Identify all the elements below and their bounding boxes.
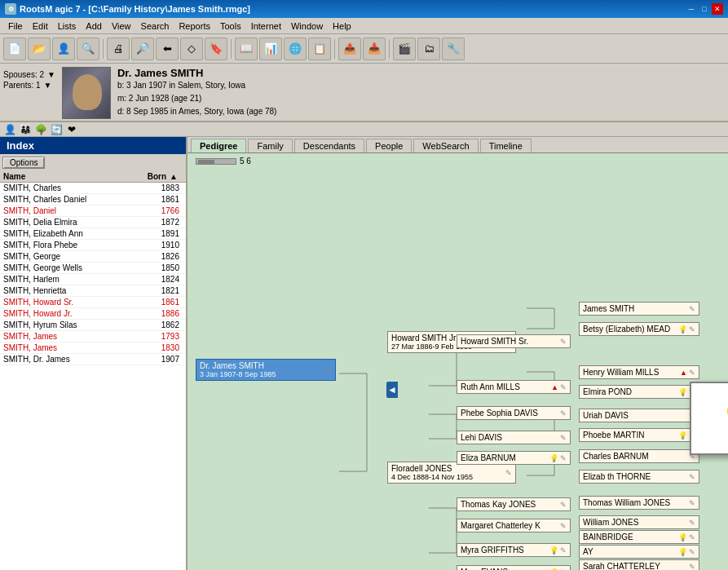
subject-box[interactable]: Dr. James SMITH 3 Jan 1907-8 Sep 1985 ✎	[196, 359, 336, 381]
list-item[interactable]: SMITH, Flora Phebe1910	[0, 240, 186, 251]
list-item[interactable]: SMITH, Hyrum Silas1862	[0, 320, 186, 331]
toolbar-person2[interactable]: 🔍	[77, 38, 99, 60]
james-smith-gg-box[interactable]: James SMITH ✎	[579, 302, 699, 316]
elizabeth-thorne-box[interactable]: Elizab th THORNE ✎	[579, 470, 699, 484]
list-item[interactable]: SMITH, Elizabeth Ann1891	[0, 228, 186, 240]
sidebar-list[interactable]: SMITH, Charles1883SMITH, Charles Daniel1…	[0, 183, 186, 570]
betsy-bulb-icon[interactable]: 💡	[678, 325, 687, 334]
list-item[interactable]: SMITH, Delia Elmira1872	[0, 217, 186, 228]
ay-box[interactable]: AY 💡 ✎	[579, 545, 699, 559]
margaret-box[interactable]: Margaret Chatterley K ✎	[457, 519, 571, 532]
menu-search[interactable]: Search	[136, 20, 174, 33]
twjones-edit-icon[interactable]: ✎	[689, 499, 695, 507]
toolbar-diamond[interactable]: ◇	[180, 38, 203, 60]
myra-edit-icon[interactable]: ✎	[560, 546, 567, 555]
tab-websearch[interactable]: WebSearch	[413, 139, 478, 152]
betsy-edit-icon[interactable]: ✎	[689, 325, 695, 334]
close-button[interactable]: ✕	[712, 3, 723, 15]
menu-add[interactable]: Add	[81, 20, 107, 33]
list-item[interactable]: SMITH, George Wells1850	[0, 263, 186, 274]
qn-refresh-icon[interactable]: 🔄	[50, 123, 63, 136]
qn-family-icon[interactable]: 👨‍👩‍👧	[19, 123, 32, 136]
tab-pedigree[interactable]: Pedigree	[191, 139, 246, 152]
patgm-warning-icon[interactable]: ▲	[551, 383, 558, 391]
js-gg-edit-icon[interactable]: ✎	[689, 305, 695, 313]
scroll-bar[interactable]	[196, 158, 236, 165]
list-item[interactable]: SMITH, Charles Daniel1861	[0, 194, 186, 205]
menu-file[interactable]: File	[3, 20, 28, 33]
qn-heart-icon[interactable]: ❤	[65, 123, 78, 136]
menu-help[interactable]: Help	[328, 20, 356, 33]
toolbar-nav[interactable]: ⬅	[156, 38, 179, 60]
williamj-edit-icon[interactable]: ✎	[689, 519, 695, 527]
parents-dropdown-icon[interactable]: ▼	[44, 81, 52, 90]
toolbar-chart[interactable]: 📊	[259, 38, 282, 60]
subject-edit-icon[interactable]: ✎	[325, 366, 332, 374]
toolbar-scrapbook[interactable]: 🗂	[417, 38, 440, 60]
tab-descendants[interactable]: Descendants	[294, 139, 364, 152]
maryevans-box[interactable]: Mary EVANS 💡 ✎	[457, 565, 571, 570]
tab-people[interactable]: People	[366, 139, 412, 152]
patgf-edit-icon[interactable]: ✎	[560, 338, 567, 346]
ay-bulb-icon[interactable]: 💡	[678, 548, 687, 556]
eliza-box[interactable]: Eliza BARNUM 💡 ✎	[457, 451, 571, 465]
qn-tree-icon[interactable]: 🌳	[34, 123, 47, 136]
restore-button[interactable]: □	[699, 3, 710, 15]
tkjones-edit-icon[interactable]: ✎	[560, 501, 567, 509]
ay-edit-icon[interactable]: ✎	[689, 548, 695, 556]
sarah-edit-icon[interactable]: ✎	[689, 563, 695, 571]
margaret-edit-icon[interactable]: ✎	[560, 522, 567, 530]
list-item[interactable]: SMITH, James1793	[0, 331, 186, 342]
tab-timeline[interactable]: Timeline	[480, 139, 532, 152]
eliza-bulb-icon[interactable]: 💡	[549, 454, 558, 462]
list-item[interactable]: SMITH, James1830	[0, 342, 186, 354]
list-item[interactable]: SMITH, Charles1883	[0, 183, 186, 194]
henry-edit-icon[interactable]: ✎	[689, 369, 695, 377]
menu-lists[interactable]: Lists	[53, 20, 82, 33]
myra-box[interactable]: Myra GRIFFITHS 💡 ✎	[457, 543, 571, 557]
list-item[interactable]: SMITH, Howard Sr.1861	[0, 297, 186, 308]
minimize-button[interactable]: ─	[686, 3, 697, 15]
qn-person-icon[interactable]: 👤	[3, 123, 16, 136]
toolbar-new[interactable]: 📄	[3, 38, 26, 60]
spouses-dropdown-icon[interactable]: ▼	[47, 70, 55, 79]
lehi-box[interactable]: Lehi DAVIS ✎	[457, 431, 571, 444]
myra-bulb-icon[interactable]: 💡	[549, 546, 558, 555]
toolbar-search[interactable]: 🔎	[131, 38, 154, 60]
patgm-edit-icon[interactable]: ✎	[560, 383, 567, 391]
bainbridge-edit-icon[interactable]: ✎	[689, 533, 695, 541]
menu-internet[interactable]: Internet	[246, 20, 286, 33]
toolbar-tools2[interactable]: 🔧	[442, 38, 465, 60]
toolbar-doc[interactable]: 📋	[308, 38, 331, 60]
lehi-edit-icon[interactable]: ✎	[560, 434, 567, 442]
toolbar-globe[interactable]: 🌐	[284, 38, 307, 60]
elmira-bulb-icon[interactable]: 💡	[678, 388, 687, 396]
bainbridge-box[interactable]: BAINBRIDGE 💡 ✎	[579, 530, 699, 544]
toolbar-export[interactable]: 📤	[338, 38, 361, 60]
tkjones-box[interactable]: Thomas Kay JONES ✎	[457, 497, 571, 511]
options-button[interactable]: Options	[2, 157, 45, 169]
list-item[interactable]: SMITH, Harlem1824	[0, 274, 186, 285]
tab-family[interactable]: Family	[248, 139, 292, 152]
toolbar-open[interactable]: 📂	[28, 38, 51, 60]
betsy-box[interactable]: Betsy (Elizabeth) MEAD 💡 ✎	[579, 322, 699, 336]
paternal-grandmother-box[interactable]: Ruth Ann MILLS ▲ ✎	[457, 380, 571, 394]
henry-box[interactable]: Henry William MILLS ▲ ✎	[579, 365, 699, 379]
sarah-box[interactable]: Sarah CHATTERLEY ✎	[579, 559, 699, 570]
list-item[interactable]: SMITH, Daniel1766	[0, 205, 186, 217]
elizt-edit-icon[interactable]: ✎	[689, 473, 695, 481]
phoebe-bulb-icon[interactable]: 💡	[678, 431, 687, 440]
toolbar-import[interactable]: 📥	[363, 38, 386, 60]
menu-tools[interactable]: Tools	[215, 20, 246, 33]
mother-edit-icon[interactable]: ✎	[505, 469, 512, 477]
paternal-grandfather-box[interactable]: Howard SMITH Sr. ✎	[457, 334, 571, 348]
menu-view[interactable]: View	[107, 20, 136, 33]
eliza-edit-icon[interactable]: ✎	[560, 454, 567, 462]
uriah-box[interactable]: Uriah DAVIS ✎	[579, 409, 699, 422]
toolbar-person[interactable]: 👤	[52, 38, 75, 60]
menu-window[interactable]: Window	[286, 20, 328, 33]
list-item[interactable]: SMITH, Dr. James1907	[0, 354, 186, 365]
elmira-box[interactable]: Elmira POND 💡 ✎	[579, 385, 699, 399]
bainbridge-bulb-icon[interactable]: 💡	[678, 533, 687, 541]
arrow-left-button[interactable]: ◄	[386, 382, 398, 398]
